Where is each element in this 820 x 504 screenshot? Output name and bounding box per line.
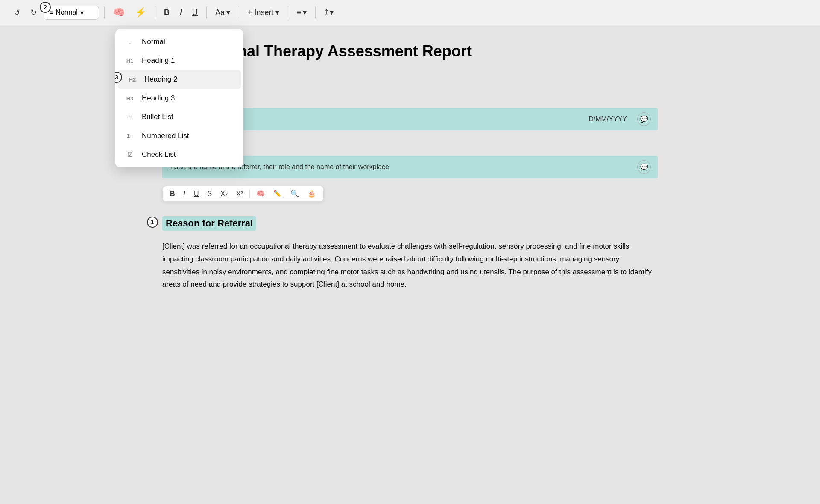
bullet-icon: ·≡ xyxy=(124,114,136,120)
inline-birthday-button[interactable]: 🎂 xyxy=(305,189,318,199)
inline-formatting-toolbar: B I U S X₂ X² 🧠 ✏️ 🔍 🎂 xyxy=(162,186,324,202)
dropdown-item-checklist[interactable]: ☑ Check List xyxy=(115,145,243,164)
lightning-icon-button[interactable]: ⚡ xyxy=(132,4,150,21)
inline-brain-button[interactable]: 🧠 xyxy=(254,189,267,199)
separator-2 xyxy=(155,6,155,18)
inline-bold-button[interactable]: B xyxy=(168,189,177,199)
separator-4 xyxy=(239,6,239,18)
font-label: Aa xyxy=(215,8,225,17)
share-button[interactable]: ⤴ ▾ xyxy=(321,5,337,20)
badge-2: 2 xyxy=(40,2,51,13)
redo-button[interactable]: ↻ xyxy=(27,5,40,20)
section-heading: Reason for Referral xyxy=(162,216,256,231)
dropdown-item-h2[interactable]: H2 Heading 2 xyxy=(118,70,241,89)
inline-search-button[interactable]: 🔍 xyxy=(288,189,301,199)
style-dropdown-menu: 3 ≡ Normal H1 Heading 1 H2 Heading 2 H3 … xyxy=(115,29,243,167)
share-icon: ⤴ xyxy=(324,8,328,17)
brain-icon-button[interactable]: 🧠 xyxy=(110,4,128,21)
h1-icon: H1 xyxy=(124,58,136,64)
date-format: D/MM/YYYY xyxy=(589,115,627,123)
italic-button[interactable]: I xyxy=(176,6,185,20)
insert-label: + Insert xyxy=(248,8,274,17)
separator-3 xyxy=(206,6,207,18)
font-button[interactable]: Aa ▾ xyxy=(212,5,234,20)
separator-6 xyxy=(315,6,316,18)
dropdown-item-normal[interactable]: ≡ Normal xyxy=(115,32,243,51)
h2-icon: H2 xyxy=(126,76,138,83)
dropdown-h3-label: Heading 3 xyxy=(142,94,175,103)
section-badge-1: 1 xyxy=(147,217,158,228)
dropdown-h1-label: Heading 1 xyxy=(142,56,175,65)
font-chevron-icon: ▾ xyxy=(226,8,230,17)
bold-button[interactable]: B xyxy=(161,6,173,20)
inline-subscript-button[interactable]: X₂ xyxy=(218,189,230,199)
inline-sep-1 xyxy=(249,190,250,198)
dropdown-item-bullet[interactable]: ·≡ Bullet List xyxy=(115,108,243,126)
inline-superscript-button[interactable]: X² xyxy=(234,189,245,199)
section-body-text: [Client] was referred for an occupationa… xyxy=(162,240,658,291)
inline-underline-button[interactable]: U xyxy=(192,189,201,199)
section-heading-container: 1 Reason for Referral xyxy=(162,209,658,235)
dropdown-h2-label: Heading 2 xyxy=(144,75,178,84)
underline-button[interactable]: U xyxy=(189,6,201,20)
list-icon: ≡ xyxy=(297,8,302,17)
normal-icon: ≡ xyxy=(124,39,136,45)
separator-5 xyxy=(288,6,288,18)
inline-strikethrough-button[interactable]: S xyxy=(205,189,214,199)
h3-icon: H3 xyxy=(124,95,136,102)
chevron-down-icon: ▾ xyxy=(80,9,84,17)
list-chevron-icon: ▾ xyxy=(303,8,307,17)
comment-icon-1[interactable]: 💬 xyxy=(637,112,651,126)
style-dropdown[interactable]: 2 ≡ Normal ▾ xyxy=(44,6,99,20)
style-label: Normal xyxy=(56,9,78,16)
dropdown-item-h1[interactable]: H1 Heading 1 xyxy=(115,51,243,70)
dropdown-item-numbered[interactable]: 1≡ Numbered List xyxy=(115,126,243,145)
dropdown-normal-label: Normal xyxy=(142,38,165,46)
comment-icon-2[interactable]: 💬 xyxy=(637,160,651,174)
toolbar: ↺ ↻ 2 ≡ Normal ▾ 🧠 ⚡ B I U Aa ▾ + Insert… xyxy=(0,0,820,25)
dropdown-item-h3[interactable]: H3 Heading 3 xyxy=(115,89,243,108)
dropdown-bullet-label: Bullet List xyxy=(142,113,173,121)
inline-italic-button[interactable]: I xyxy=(182,189,187,199)
insert-chevron-icon: ▾ xyxy=(275,8,279,17)
insert-button[interactable]: + Insert ▾ xyxy=(244,5,283,20)
list-style-button[interactable]: ≡ ▾ xyxy=(293,5,310,20)
checklist-icon: ☑ xyxy=(124,151,136,158)
inline-pencil-button[interactable]: ✏️ xyxy=(271,189,284,199)
dropdown-checklist-label: Check List xyxy=(142,150,176,159)
separator-1 xyxy=(104,6,105,18)
dropdown-numbered-label: Numbered List xyxy=(142,132,189,140)
numbered-icon: 1≡ xyxy=(124,133,136,139)
share-chevron-icon: ▾ xyxy=(330,8,334,17)
undo-button[interactable]: ↺ xyxy=(10,5,23,20)
